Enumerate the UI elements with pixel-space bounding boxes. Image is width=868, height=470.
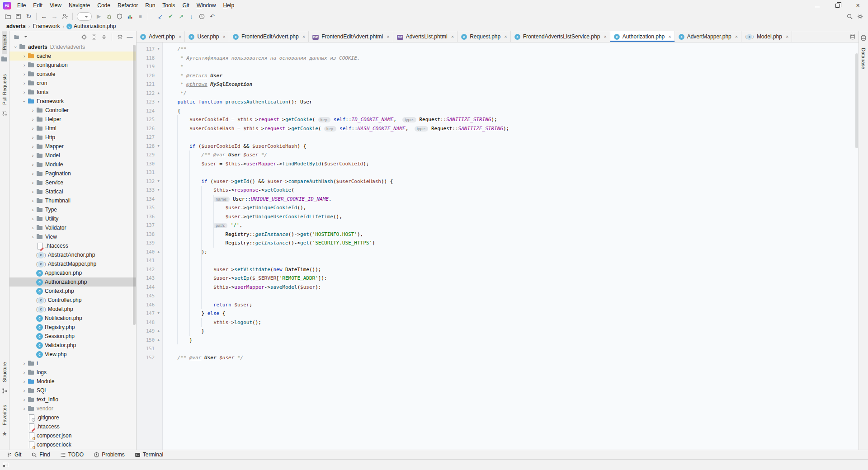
- menu-git[interactable]: Git: [179, 0, 193, 11]
- close-tab-icon[interactable]: ×: [223, 34, 226, 39]
- menu-navigate[interactable]: Navigate: [65, 0, 94, 11]
- tree-item-adverts[interactable]: ›advertsD:\dev\adverts: [9, 42, 136, 52]
- chevron-closed-icon[interactable]: ›: [29, 187, 36, 196]
- code-line[interactable]: /**: [165, 45, 859, 54]
- code-line[interactable]: $user->setIp($_SERVER['REMOTE_ADDR']);: [165, 274, 859, 283]
- tab-user-php[interactable]: cUser.php×: [185, 31, 229, 42]
- forward-button[interactable]: →: [49, 12, 60, 21]
- menu-help[interactable]: Help: [219, 0, 238, 11]
- run-button[interactable]: ▶: [94, 12, 104, 21]
- code-line[interactable]: $user->getUniqueCookieId(),: [165, 203, 859, 212]
- toolwindow-button-todo[interactable]: TODO: [60, 451, 84, 458]
- chevron-closed-icon[interactable]: ›: [29, 133, 36, 142]
- code-line[interactable]: return $user;: [165, 301, 859, 310]
- tab-frontendeditadvert-php[interactable]: cFrontendEditAdvert.php×: [229, 31, 309, 42]
- chevron-open-icon[interactable]: ›: [21, 97, 28, 106]
- minimize-button[interactable]: [807, 0, 827, 11]
- database-icon[interactable]: [860, 35, 867, 41]
- tree-item-validator-php[interactable]: cValidator.php: [9, 341, 136, 350]
- chevron-closed-icon[interactable]: ›: [29, 142, 36, 151]
- run-configuration-select[interactable]: [77, 12, 92, 21]
- tree-item-vendor[interactable]: ›vendor: [9, 404, 136, 413]
- close-tab-icon[interactable]: ×: [451, 34, 454, 39]
- chevron-closed-icon[interactable]: ›: [29, 214, 36, 223]
- stop-button[interactable]: ■: [135, 12, 146, 21]
- project-tree-scrollbar[interactable]: [133, 45, 136, 325]
- code-line[interactable]: );: [165, 248, 859, 257]
- code-line[interactable]: * @return User: [165, 71, 859, 80]
- tree-item-authorization-php[interactable]: cAuthorization.php: [9, 277, 136, 287]
- code-line[interactable]: [165, 344, 859, 353]
- toolwindow-toggle-icon[interactable]: [3, 463, 8, 467]
- tab-authorization-php[interactable]: cAuthorization.php×: [610, 31, 675, 42]
- code-line[interactable]: Registry::getInstance()->get('SECURITY.U…: [165, 239, 859, 248]
- chevron-closed-icon[interactable]: ›: [21, 386, 28, 395]
- close-tab-icon[interactable]: ×: [302, 34, 305, 39]
- tree-item-helper[interactable]: ›Helper: [9, 115, 136, 124]
- tree-item--htaccess[interactable]: .htaccess: [9, 241, 136, 250]
- code-area[interactable]: 117▼118119120121122▲123▼124125126127128▼…: [137, 42, 859, 450]
- code-line[interactable]: if ($userCookieId && $userCookieHash) {: [165, 142, 859, 151]
- tool-strip-item-project[interactable]: Project: [2, 31, 7, 54]
- save-button[interactable]: [13, 12, 24, 21]
- tree-item-type[interactable]: ›Type: [9, 205, 136, 214]
- breadcrumb-item[interactable]: Framework: [32, 23, 61, 29]
- tree-item-controller[interactable]: ›Controller: [9, 106, 136, 115]
- tree-item-notification-php[interactable]: cNotification.php: [9, 314, 136, 323]
- tree-item-i[interactable]: ›i: [9, 359, 136, 368]
- tree-item-console[interactable]: ›console: [9, 70, 136, 79]
- chevron-closed-icon[interactable]: ›: [21, 70, 28, 79]
- coverage-button[interactable]: [114, 12, 125, 21]
- tree-item-controller-php[interactable]: cController.php: [9, 296, 136, 305]
- code-line[interactable]: /** @var User $user */: [165, 353, 859, 362]
- menu-view[interactable]: View: [46, 0, 65, 11]
- chevron-closed-icon[interactable]: ›: [29, 178, 36, 187]
- chevron-closed-icon[interactable]: ›: [29, 232, 36, 241]
- update-button[interactable]: ↙: [155, 12, 165, 21]
- code-line[interactable]: name: User::UNIQUE_USER_COOKIE_ID_NAME,: [165, 195, 859, 204]
- chevron-closed-icon[interactable]: ›: [29, 223, 36, 232]
- code-line[interactable]: $user->getUniqueUserCookieIdLifetime(),: [165, 212, 859, 221]
- code-line[interactable]: [165, 168, 859, 177]
- tree-item-validator[interactable]: ›Validator: [9, 223, 136, 232]
- code-line[interactable]: } else {: [165, 309, 859, 318]
- back-button[interactable]: ←: [39, 12, 49, 21]
- menu-code[interactable]: Code: [94, 0, 114, 11]
- tree-item-utility[interactable]: ›Utility: [9, 214, 136, 223]
- fold-marker-icon[interactable]: ▲: [155, 327, 162, 336]
- code-line[interactable]: */: [165, 89, 859, 98]
- tree-item-http[interactable]: ›Http: [9, 133, 136, 142]
- code-line[interactable]: $this->userMapper->saveModel($user);: [165, 283, 859, 292]
- chevron-closed-icon[interactable]: ›: [29, 196, 36, 205]
- tree-item-configuration[interactable]: ›configuration: [9, 61, 136, 70]
- close-tab-icon[interactable]: ×: [504, 34, 507, 39]
- collapse-all-button[interactable]: [99, 32, 108, 42]
- toolwindow-button-terminal[interactable]: Terminal: [135, 451, 163, 458]
- database-icon[interactable]: [849, 33, 856, 40]
- tree-item-service[interactable]: ›Service: [9, 178, 136, 187]
- code-line[interactable]: $userCookieHash = $this->request->getCoo…: [165, 124, 859, 133]
- chevron-closed-icon[interactable]: ›: [21, 88, 28, 97]
- tree-item-composer-json[interactable]: {}composer.json: [9, 431, 136, 440]
- code-line[interactable]: [165, 291, 859, 301]
- tree-item-model-php[interactable]: cModel.php: [9, 305, 136, 314]
- tree-item-module[interactable]: ›Module: [9, 160, 136, 169]
- open-button[interactable]: [3, 12, 13, 21]
- toolwindow-button-find[interactable]: Find: [31, 451, 50, 458]
- fold-marker-icon[interactable]: ▼: [155, 177, 162, 186]
- breadcrumb-item[interactable]: Authorization.php: [73, 23, 117, 29]
- close-button[interactable]: ×: [848, 0, 868, 11]
- code-line[interactable]: {: [165, 107, 859, 116]
- tree-item-text-infio[interactable]: ›text_infio: [9, 395, 136, 404]
- tree-item-context-php[interactable]: cContext.php: [9, 287, 136, 296]
- code-line[interactable]: [165, 256, 859, 265]
- close-tab-icon[interactable]: ×: [668, 34, 671, 39]
- tree-item-html[interactable]: ›Html: [9, 124, 136, 133]
- toolwindow-button-problems[interactable]: Problems: [94, 451, 125, 458]
- chevron-closed-icon[interactable]: ›: [29, 169, 36, 178]
- fold-marker-icon[interactable]: ▼: [155, 309, 162, 318]
- tab-model-php[interactable]: cModel.php×: [741, 31, 792, 42]
- tree-item-view-php[interactable]: cView.php: [9, 350, 136, 359]
- menu-edit[interactable]: Edit: [29, 0, 46, 11]
- chevron-closed-icon[interactable]: ›: [29, 151, 36, 160]
